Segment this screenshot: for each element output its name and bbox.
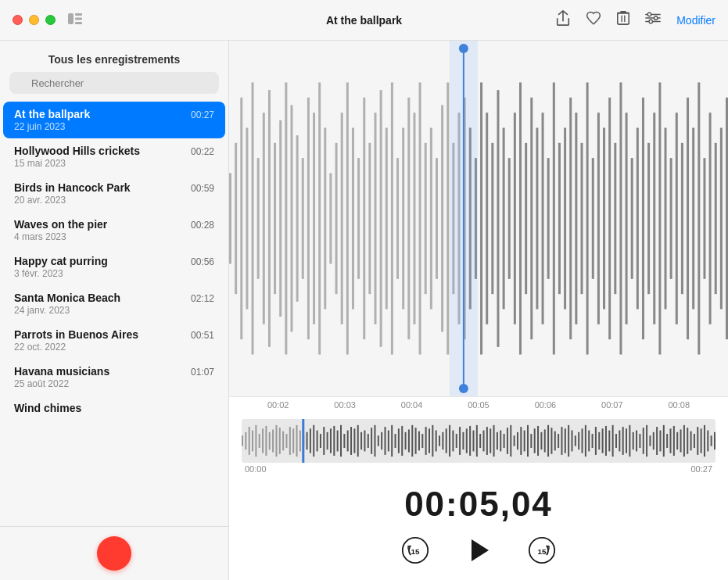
timeline-labels: 00:0200:0300:0400:0500:0600:0700:08 [229, 396, 728, 413]
recording-item[interactable]: Havana musicians 01:07 25 août 2022 [3, 359, 225, 396]
recording-duration: 00:27 [191, 109, 214, 120]
svg-point-9 [654, 16, 658, 20]
playback-controls: 15 15 [229, 527, 728, 580]
recording-date: 25 août 2022 [14, 378, 214, 389]
content-area: 00:0200:0300:0400:0500:0600:0700:08 00:0… [229, 41, 728, 580]
svg-rect-0 [68, 13, 74, 24]
main-waveform [229, 41, 728, 396]
recording-item[interactable]: Wind chimes [3, 396, 225, 421]
recording-date: 3 févr. 2023 [14, 268, 214, 279]
recording-title: Hollywood Hills crickets [14, 145, 140, 157]
recording-date: 20 avr. 2023 [14, 195, 214, 206]
recording-item[interactable]: Hollywood Hills crickets 00:22 15 mai 20… [3, 138, 225, 175]
mini-waveform[interactable] [242, 419, 715, 463]
search-wrapper: 🔍 [9, 72, 219, 94]
modifier-button[interactable]: Modifier [676, 14, 715, 27]
skip-forward-button[interactable]: 15 [527, 535, 557, 565]
recording-item[interactable]: Happy cat purring 00:56 3 févr. 2023 [3, 249, 225, 285]
main-waveform-container[interactable] [229, 41, 728, 396]
recording-title: Birds in Hancock Park [14, 181, 131, 194]
svg-text:15: 15 [538, 547, 547, 556]
mini-timeline-start: 00:00 [245, 464, 267, 474]
recordings-list: At the ballpark 00:27 22 juin 2023 Holly… [0, 102, 228, 526]
sidebar-header: Tous les enregistrements [0, 41, 228, 72]
recording-duration: 00:59 [191, 183, 214, 194]
current-time: 00:05,04 [229, 478, 728, 527]
minimize-button[interactable] [29, 15, 39, 25]
mini-waveform-canvas [242, 419, 715, 463]
timeline-label: 00:08 [668, 400, 690, 410]
sidebar-toggle-icon[interactable] [68, 12, 82, 28]
recording-title: Happy cat purring [14, 255, 108, 267]
settings-icon[interactable] [645, 12, 661, 28]
recording-item[interactable]: At the ballpark 00:27 22 juin 2023 [3, 102, 225, 138]
recording-date: 24 janv. 2023 [14, 305, 214, 316]
favorite-icon[interactable] [586, 10, 601, 30]
recording-duration: 00:28 [191, 220, 214, 231]
sidebar: Tous les enregistrements 🔍 At the ballpa… [0, 41, 229, 580]
maximize-button[interactable] [45, 15, 56, 25]
recording-date: 15 mai 2023 [14, 158, 214, 169]
main-layout: Tous les enregistrements 🔍 At the ballpa… [0, 41, 728, 580]
recording-item[interactable]: Birds in Hancock Park 00:59 20 avr. 2023 [3, 175, 225, 212]
recording-date: 4 mars 2023 [14, 231, 214, 242]
mini-timeline: 00:00 00:27 [242, 463, 715, 477]
traffic-lights [13, 15, 56, 25]
timeline-label: 00:06 [535, 400, 557, 410]
recording-duration: 00:51 [191, 330, 214, 341]
recording-item[interactable]: Parrots in Buenos Aires 00:51 22 oct. 20… [3, 322, 225, 359]
mini-timeline-end: 00:27 [690, 464, 712, 474]
recording-title: Parrots in Buenos Aires [14, 328, 138, 341]
svg-rect-3 [75, 22, 82, 24]
skip-back-button[interactable]: 15 [400, 535, 430, 565]
recording-duration: 00:56 [191, 256, 214, 267]
window-title: At the ballpark [326, 14, 402, 27]
sidebar-footer [0, 526, 228, 580]
play-button[interactable] [461, 533, 496, 567]
svg-point-10 [649, 20, 653, 23]
record-button[interactable] [97, 536, 131, 571]
close-button[interactable] [13, 15, 23, 25]
recording-date: 22 oct. 2022 [14, 342, 214, 353]
recording-date: 22 juin 2023 [14, 121, 214, 132]
recording-title: Santa Monica Beach [14, 292, 120, 304]
recording-title: Wind chimes [14, 402, 81, 414]
recording-title: At the ballpark [14, 108, 90, 120]
svg-rect-4 [618, 13, 629, 25]
timeline-label: 00:07 [601, 400, 623, 410]
share-icon[interactable] [556, 10, 570, 30]
recording-duration: 00:22 [191, 146, 214, 157]
timeline-label: 00:05 [468, 400, 490, 410]
titlebar: At the ballpark [0, 0, 728, 41]
recording-title: Havana musicians [14, 365, 109, 378]
svg-text:15: 15 [411, 547, 420, 556]
mini-waveform-section: 00:00 00:27 [229, 413, 728, 478]
play-triangle-icon [472, 539, 489, 561]
recording-title: Waves on the pier [14, 218, 107, 231]
svg-rect-2 [75, 18, 82, 20]
recording-duration: 02:12 [191, 293, 214, 304]
svg-point-8 [647, 13, 651, 16]
search-container: 🔍 [0, 72, 228, 102]
recording-item[interactable]: Waves on the pier 00:28 4 mars 2023 [3, 212, 225, 249]
recording-duration: 01:07 [191, 367, 214, 378]
timeline-label: 00:04 [401, 400, 423, 410]
timeline-label: 00:03 [334, 400, 356, 410]
search-input[interactable] [9, 72, 219, 94]
recording-item[interactable]: Santa Monica Beach 02:12 24 janv. 2023 [3, 285, 225, 322]
svg-rect-1 [75, 13, 82, 16]
titlebar-actions: Modifier [556, 10, 715, 30]
timeline-label: 00:02 [267, 400, 289, 410]
delete-icon[interactable] [617, 10, 629, 30]
